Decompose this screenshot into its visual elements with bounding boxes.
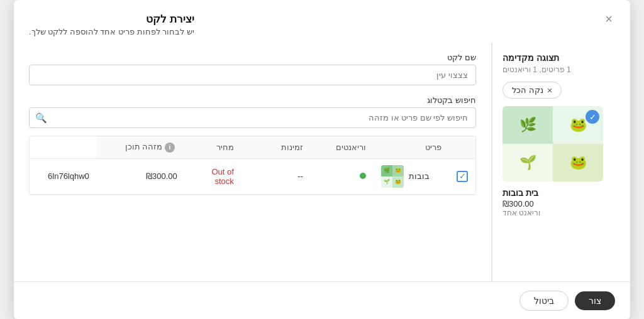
modal-body: תצוגה מקדימה 1 פריטים, 1 וריאנטים × נקה … [14, 43, 630, 281]
sidebar-label: תצוגה מקדימה [502, 53, 559, 63]
main-content: שם לקט חיפוש בקטלוג 🔍 פריט [14, 43, 491, 281]
image-cell-bl: 🐸 [553, 144, 603, 181]
product-preview-image: 🐸 🌿 🐸 🌱 ✓ [502, 106, 603, 181]
table-header-row: פריט וריאנטים זמינות מחיר [30, 136, 475, 158]
modal-subtitle: יש לבחור לפחות פריט אחד להוספה ללקט שלך. [29, 27, 194, 36]
sidebar-meta: 1 פריטים, 1 וריאנטים [502, 65, 571, 74]
col-variant-header: וריאנטים [311, 136, 374, 158]
search-icon: 🔍 [35, 112, 47, 124]
col-stock-header: זמינות [242, 136, 311, 158]
variant-cell [311, 158, 374, 194]
sku-value: 6ln76lqhw0 [48, 171, 89, 181]
clear-all-button[interactable]: × נקה הכל [502, 82, 562, 99]
product-table: פריט וריאנטים זמינות מחיר [29, 136, 476, 195]
thumb-br: 🌱 [381, 176, 392, 188]
modal: × יצירת לקט יש לבחור לפחות פריט אחד להוס… [14, 0, 630, 319]
product-name-text: בובות [409, 171, 430, 181]
vertical-divider [491, 43, 492, 281]
out-of-stock-label: Out of stock [211, 167, 233, 186]
product-thumbnail: 🐸 🌿 🐸 🌱 [381, 165, 404, 188]
availability-dot [360, 173, 366, 179]
product-cell: בובות 🐸 🌿 🐸 🌱 [374, 158, 449, 194]
x-icon: × [547, 85, 553, 95]
sidebar-product-price: ₪300.00 [502, 199, 534, 208]
modal-header: × יצירת לקט יש לבחור לפחות פריט אחד להוס… [14, 0, 630, 43]
check-badge: ✓ [586, 110, 599, 124]
create-button[interactable]: צור [575, 291, 615, 310]
sidebar-product-variant-count: וריאנט אחד [502, 208, 540, 217]
thumb-bl: 🐸 [392, 176, 404, 188]
sidebar-product-name: בית בובות [502, 188, 538, 198]
sku-cell: 6ln76lqhw0 [30, 158, 97, 194]
table-row: בובות 🐸 🌿 🐸 🌱 [30, 158, 475, 194]
row-checkbox[interactable] [457, 171, 468, 182]
col-product-header: פריט [374, 136, 449, 158]
modal-title-block: יצירת לקט יש לבחור לפחות פריט אחד להוספה… [29, 13, 194, 36]
col-checkbox [449, 136, 475, 158]
clear-all-label: נקה הכל [512, 85, 543, 95]
row-checkbox-cell[interactable] [449, 158, 475, 194]
catalog-search-input[interactable] [29, 107, 476, 128]
col-sku-header: i מזהה תוכן [97, 136, 185, 158]
search-wrapper: 🔍 [29, 107, 476, 128]
cancel-button[interactable]: ביטול [519, 291, 569, 311]
image-cell-br: 🌱 [502, 144, 553, 181]
image-cell-tr: 🌿 [502, 106, 553, 144]
qty-cell: -- [242, 158, 311, 194]
price-cell: ₪300.00 [97, 158, 185, 194]
set-name-input[interactable] [29, 65, 476, 85]
stock-cell: Out of stock [185, 158, 242, 194]
thumb-tr: 🌿 [381, 165, 392, 176]
sku-info-icon: i [165, 143, 175, 153]
modal-footer: צור ביטול [14, 281, 630, 319]
col-price-header: מחיר [185, 136, 242, 158]
set-name-label: שם לקט [29, 53, 476, 62]
modal-title: יצירת לקט [29, 13, 194, 26]
catalog-search-label: חיפוש בקטלוג [29, 95, 476, 105]
thumb-tl: 🐸 [392, 165, 404, 176]
close-button[interactable]: × [602, 13, 615, 25]
sidebar: תצוגה מקדימה 1 פריטים, 1 וריאנטים × נקה … [492, 43, 630, 281]
